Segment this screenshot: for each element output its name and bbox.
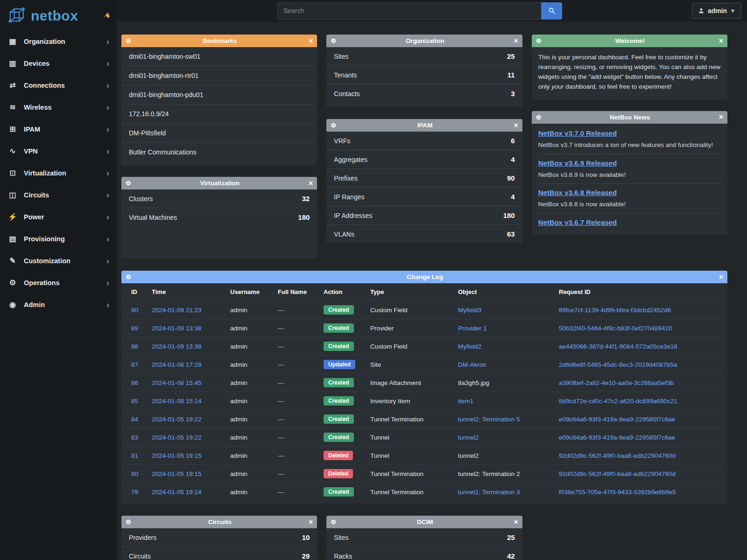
stat-row-providers[interactable]: Providers10	[121, 528, 317, 546]
change-object-link[interactable]: Provider 1	[458, 325, 487, 332]
bookmark-item[interactable]: dmi01-binghamton-pdu01	[121, 85, 317, 104]
close-icon[interactable]: ×	[309, 180, 313, 187]
sidebar-item-virtualization[interactable]: ⊡Virtualization›	[0, 162, 117, 184]
sidebar-item-devices[interactable]: ▥Devices›	[0, 52, 117, 74]
stat-row-sites[interactable]: Sites25	[326, 47, 522, 65]
change-time-link[interactable]: 2024-01-05 19:15	[152, 452, 202, 459]
stat-row-clusters[interactable]: Clusters32	[121, 189, 317, 208]
sidebar-item-power[interactable]: ⚡Power›	[0, 206, 117, 228]
change-id-link[interactable]: 84	[131, 416, 138, 423]
request-id-link[interactable]: 92d02d9c-562f-49f0-baa8-adb22904760d	[559, 470, 676, 477]
close-icon[interactable]: ×	[719, 113, 723, 121]
close-icon[interactable]: ×	[719, 273, 723, 281]
change-id-link[interactable]: 79	[131, 489, 138, 496]
change-id-link[interactable]: 90	[131, 307, 138, 314]
change-object-link[interactable]: tunnel2: Termination 5	[458, 416, 520, 423]
request-id-link[interactable]: a390fbef-2a82-4e10-aa0a-3c268aa5ef3b	[559, 379, 674, 386]
stat-row-circuits[interactable]: Circuits29	[121, 546, 317, 560]
sidebar-item-ipam[interactable]: ⊞IPAM›	[0, 118, 117, 140]
change-id-link[interactable]: 87	[131, 361, 138, 368]
bookmark-item[interactable]: dmi01-binghamton-rtr01	[121, 66, 317, 85]
change-id-link[interactable]: 85	[131, 398, 138, 405]
user-menu-button[interactable]: admin ▼	[692, 3, 741, 19]
bookmark-item[interactable]: dmi01-binghamton-sw01	[121, 47, 317, 66]
close-icon[interactable]: ×	[514, 37, 518, 45]
widget-config-icon[interactable]: ⚙	[536, 114, 542, 121]
change-id-link[interactable]: 80	[131, 470, 138, 477]
change-object-link[interactable]: tunnel2	[458, 434, 479, 441]
news-headline-link[interactable]: NetBox v3.6.9 Released	[538, 159, 617, 167]
change-object-link[interactable]: item1	[458, 398, 473, 405]
sidebar-item-connections[interactable]: ⇄Connections›	[0, 74, 117, 96]
news-headline-link[interactable]: NetBox v3.6.7 Released	[538, 218, 617, 226]
news-headline-link[interactable]: NetBox v3.7.0 Released	[538, 129, 617, 137]
stat-row-ip-addresses[interactable]: IP Addresses180	[326, 206, 522, 224]
bookmark-item[interactable]: DM-Pittsfield	[121, 123, 317, 142]
close-icon[interactable]: ×	[309, 37, 313, 45]
request-id-link[interactable]: 69fce7cf-1139-4d99-bfea-f3dcbd2452d6	[559, 307, 671, 314]
change-object-link[interactable]: Myfield2	[458, 343, 481, 350]
change-time-link[interactable]: 2024-01-09 13:38	[152, 325, 202, 332]
sidebar-item-provisioning[interactable]: ▤Provisioning›	[0, 228, 117, 250]
change-object-link[interactable]: tunnel1: Termination 3	[458, 489, 520, 496]
change-object-link[interactable]: DM-Akron	[458, 361, 486, 368]
sidebar-item-circuits[interactable]: ◫Circuits›	[0, 184, 117, 206]
change-time-link[interactable]: 2024-01-05 19:15	[152, 470, 202, 477]
request-id-link[interactable]: e09c64a6-93f3-419a-8ea9-229585f7c6ae	[559, 434, 675, 441]
request-id-link[interactable]: 92d02d9c-562f-49f0-baa8-adb22904760d	[559, 452, 676, 459]
change-id-link[interactable]: 83	[131, 434, 138, 441]
close-icon[interactable]: ×	[719, 37, 723, 45]
pin-icon[interactable]: ⚑	[101, 10, 112, 21]
change-time-link[interactable]: 2024-01-08 17:28	[152, 361, 202, 368]
request-id-link[interactable]: 2d6d6e8f-5465-45dc-8ec3-2019d4087b5a	[559, 361, 677, 368]
stat-row-virtual-machines[interactable]: Virtual Machines180	[121, 208, 317, 226]
close-icon[interactable]: ×	[514, 122, 518, 129]
request-id-link[interactable]: f038e755-705e-47f3-9433-5392b9e6b9e5	[559, 489, 676, 496]
bookmark-item[interactable]: 172.16.0.9/24	[121, 104, 317, 123]
sidebar-item-organization[interactable]: ▦Organization›	[0, 30, 117, 52]
bookmark-item[interactable]: Butler Communications	[121, 142, 317, 161]
news-headline-link[interactable]: NetBox v3.6.8 Released	[538, 189, 617, 196]
sidebar-item-admin[interactable]: ◉Admin›	[0, 294, 117, 315]
widget-config-icon[interactable]: ⚙	[331, 122, 336, 129]
change-time-link[interactable]: 2024-01-08 15:14	[152, 398, 202, 405]
change-time-link[interactable]: 2024-01-05 19:14	[152, 489, 202, 496]
brand[interactable]: netbox ⚑	[0, 0, 117, 30]
widget-config-icon[interactable]: ⚙	[126, 37, 131, 44]
search-input[interactable]	[277, 2, 541, 20]
change-id-link[interactable]: 81	[131, 452, 138, 459]
widget-config-icon[interactable]: ⚙	[126, 518, 131, 525]
change-time-link[interactable]: 2024-01-09 13:38	[152, 343, 202, 350]
change-id-link[interactable]: 88	[131, 343, 138, 350]
stat-row-ip-ranges[interactable]: IP Ranges4	[326, 187, 522, 206]
stat-row-vlans[interactable]: VLANs63	[326, 224, 522, 243]
widget-config-icon[interactable]: ⚙	[126, 273, 131, 280]
change-id-link[interactable]: 89	[131, 325, 138, 332]
sidebar-item-operations[interactable]: ⚙Operations›	[0, 272, 117, 294]
request-id-link[interactable]: ae445066-387d-44f1-9084-572a05ce3e16	[559, 343, 677, 350]
stat-row-vrfs[interactable]: VRFs6	[326, 132, 522, 150]
stat-row-tenants[interactable]: Tenants11	[326, 65, 522, 84]
widget-config-icon[interactable]: ⚙	[331, 37, 336, 44]
widget-config-icon[interactable]: ⚙	[536, 37, 542, 44]
stat-row-racks[interactable]: Racks42	[326, 546, 522, 560]
search-button[interactable]	[541, 2, 562, 20]
stat-row-contacts[interactable]: Contacts3	[326, 84, 522, 103]
request-id-link[interactable]: 8d9cd72e-cd0c-47c2-a620-dc899a690c21	[559, 398, 677, 405]
stat-row-aggregates[interactable]: Aggregates4	[326, 150, 522, 168]
request-id-link[interactable]: 50b32f40-5464-4f9c-b83f-0ef270489410	[559, 325, 672, 332]
change-time-link[interactable]: 2024-01-05 19:22	[152, 416, 202, 423]
change-id-link[interactable]: 86	[131, 379, 138, 386]
stat-row-sites[interactable]: Sites25	[326, 528, 522, 546]
stat-row-prefixes[interactable]: Prefixes90	[326, 168, 522, 187]
change-time-link[interactable]: 2024-01-08 15:45	[152, 379, 202, 386]
change-object-link[interactable]: Myfield3	[458, 307, 481, 314]
change-time-link[interactable]: 2024-01-09 21:23	[152, 307, 202, 314]
widget-config-icon[interactable]: ⚙	[126, 180, 131, 187]
sidebar-item-wireless[interactable]: ≋Wireless›	[0, 96, 117, 118]
sidebar-item-customization[interactable]: ✎Customization›	[0, 250, 117, 272]
widget-config-icon[interactable]: ⚙	[331, 518, 336, 525]
change-time-link[interactable]: 2024-01-05 19:22	[152, 434, 202, 441]
request-id-link[interactable]: e09c64a6-93f3-419a-8ea9-229585f7c6ae	[559, 416, 675, 423]
sidebar-item-vpn[interactable]: ∿VPN›	[0, 140, 117, 162]
